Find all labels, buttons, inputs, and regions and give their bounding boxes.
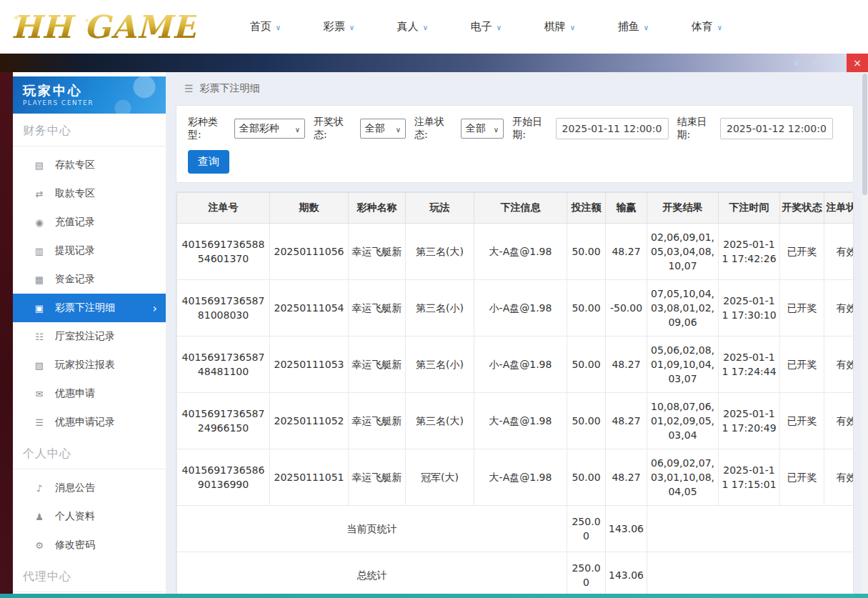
hamburger-icon[interactable]: ☰ bbox=[184, 83, 194, 94]
sidebar-item-promo-apply-records[interactable]: ☰ 优惠申请记录 bbox=[13, 408, 166, 437]
nav-item-slots[interactable]: 电子 ∨ bbox=[449, 0, 523, 54]
cashout-icon: ▥ bbox=[33, 246, 46, 256]
col-header-bet-amount: 投注额 bbox=[567, 193, 606, 224]
close-button[interactable]: × bbox=[847, 54, 868, 72]
cell-bet-info: 大-A盘@1.98 bbox=[474, 393, 567, 449]
cell-win-lose: 48.27 bbox=[606, 449, 647, 506]
sidebar-item-player-bet-report[interactable]: ▨ 玩家投注报表 bbox=[13, 351, 166, 379]
summary-label: 当前页统计 bbox=[177, 506, 567, 552]
nav-item-label: 捕鱼 bbox=[618, 20, 639, 34]
chevron-down-icon: ∨ bbox=[349, 22, 354, 31]
start-date-input[interactable] bbox=[556, 118, 669, 139]
col-header-draw-result: 开奖结果 bbox=[647, 193, 719, 224]
sidebar-title: 玩家中心 bbox=[23, 82, 156, 99]
chevron-down-icon: ∨ bbox=[396, 124, 401, 134]
sidebar-item-funds-records[interactable]: ▦ 资金记录 bbox=[13, 265, 166, 294]
sidebar-header: 玩家中心 PLAYERS CENTER bbox=[13, 76, 166, 114]
cell-order-status: 有效 bbox=[824, 337, 854, 393]
page-title: 彩票下注明细 bbox=[200, 82, 260, 95]
cell-bet-amount: 50.00 bbox=[567, 449, 606, 506]
nav-item-lottery[interactable]: 彩票 ∨ bbox=[302, 0, 376, 54]
cell-period: 20250111052 bbox=[270, 393, 349, 449]
col-header-bet-id: 注单号 bbox=[177, 193, 270, 224]
col-header-period: 期数 bbox=[270, 193, 349, 224]
cell-draw-status: 已开奖 bbox=[780, 449, 824, 506]
sidebar-item-withdrawal-records[interactable]: ▥ 提现记录 bbox=[13, 236, 166, 265]
sidebar-item-deposit-area[interactable]: ▤ 存款专区 bbox=[13, 151, 166, 179]
chevron-down-icon: ∨ bbox=[644, 22, 649, 31]
scrollbar-thumb[interactable] bbox=[862, 74, 867, 195]
cell-lottery-name: 幸运飞艇新 bbox=[349, 393, 406, 449]
search-button[interactable]: 查询 bbox=[188, 150, 229, 174]
sidebar-item-label: 优惠申请 bbox=[55, 387, 95, 400]
minimize-button[interactable]: — bbox=[807, 58, 827, 68]
cell-bet-info: 小-A盘@1.98 bbox=[474, 337, 567, 393]
nav-item-home[interactable]: 首页 ∨ bbox=[229, 0, 302, 54]
cell-period: 20250111054 bbox=[270, 280, 349, 337]
cell-lottery-name: 幸运飞艇新 bbox=[349, 337, 406, 393]
site-header: ✦ ✦ HH GAME 首页 ∨ 彩票 ∨ 真人 ∨ 电子 ∨ 棋牌 bbox=[0, 0, 868, 54]
nav-item-label: 首页 bbox=[250, 20, 271, 34]
cell-bet-info: 大-A盘@1.98 bbox=[474, 224, 567, 280]
cell-lottery-name: 幸运飞艇新 bbox=[349, 280, 406, 337]
user-icon: ♟ bbox=[33, 512, 46, 522]
cell-lottery-name: 幸运飞艇新 bbox=[349, 224, 406, 280]
maximize-button[interactable]: □ bbox=[827, 58, 847, 68]
summary-row-grand-total: 总统计 250.00 143.06 bbox=[177, 552, 854, 594]
end-date-label: 结束日期: bbox=[677, 116, 716, 141]
vertical-scrollbar[interactable] bbox=[862, 72, 868, 594]
window-chevron-icon[interactable]: ∨ bbox=[787, 58, 807, 68]
sidebar-item-withdraw-area[interactable]: ⇄ 取款专区 bbox=[13, 179, 166, 208]
cell-order-status: 有效 bbox=[824, 449, 854, 506]
promo-icon: ✉ bbox=[33, 389, 46, 399]
cell-bet-time: 2025-01-11 17:24:44 bbox=[719, 337, 780, 393]
cell-draw-status: 已开奖 bbox=[780, 337, 824, 393]
brand-logo[interactable]: ✦ ✦ HH GAME bbox=[0, 11, 229, 43]
nav-item-label: 真人 bbox=[397, 20, 419, 34]
chevron-down-icon: ∨ bbox=[276, 22, 281, 31]
sidebar-item-hall-bet-records[interactable]: ☷ 厅室投注记录 bbox=[13, 322, 166, 351]
summary-empty bbox=[647, 506, 854, 552]
nav-item-fishing[interactable]: 捕鱼 ∨ bbox=[597, 0, 670, 54]
sidebar-item-label: 消息公告 bbox=[55, 482, 95, 494]
sidebar-item-label: 个人资料 bbox=[55, 510, 95, 523]
nav-item-sports[interactable]: 体育 ∨ bbox=[670, 0, 744, 54]
col-header-play-type: 玩法 bbox=[406, 193, 474, 224]
end-date-input[interactable] bbox=[720, 118, 833, 139]
cell-bet-time: 2025-01-11 17:42:26 bbox=[719, 224, 780, 280]
sidebar-item-recharge-records[interactable]: ◉ 充值记录 bbox=[13, 208, 166, 236]
lottery-type-select[interactable]: 全部彩种 ∨ bbox=[234, 119, 305, 139]
cell-bet-id: 401569173658724966150 bbox=[177, 393, 270, 449]
nav-item-live[interactable]: 真人 ∨ bbox=[376, 0, 449, 54]
chevron-down-icon: ∨ bbox=[423, 22, 428, 31]
draw-status-select[interactable]: 全部 ∨ bbox=[360, 119, 406, 139]
cell-draw-status: 已开奖 bbox=[780, 393, 824, 449]
cell-win-lose: 48.27 bbox=[606, 337, 647, 393]
cell-bet-time: 2025-01-11 17:15:01 bbox=[719, 449, 780, 506]
draw-status-label: 开奖状态: bbox=[314, 116, 356, 141]
sidebar-item-profile[interactable]: ♟ 个人资料 bbox=[13, 502, 166, 531]
sidebar-item-label: 玩家投注报表 bbox=[55, 359, 115, 372]
cell-draw-status: 已开奖 bbox=[780, 280, 824, 337]
bottom-decoration-strip bbox=[0, 594, 868, 598]
sidebar-item-lottery-bet-details[interactable]: ▣ 彩票下注明细 › bbox=[13, 294, 166, 322]
lottery-detail-icon: ▣ bbox=[33, 303, 46, 314]
cell-period: 20250111051 bbox=[270, 449, 349, 506]
summary-bet-total: 250.00 bbox=[567, 552, 606, 594]
cell-play-type: 第三名(小) bbox=[406, 280, 474, 337]
cell-draw-result: 10,08,07,06,01,02,09,05,03,04 bbox=[647, 393, 719, 449]
sidebar-item-promo-apply[interactable]: ✉ 优惠申请 bbox=[13, 379, 166, 408]
nav-item-cards[interactable]: 棋牌 ∨ bbox=[523, 0, 597, 54]
hall-record-icon: ☷ bbox=[33, 332, 46, 342]
bell-icon: ♪ bbox=[33, 483, 46, 494]
col-header-order-status: 注单状态 bbox=[824, 193, 854, 224]
sidebar-item-label: 充值记录 bbox=[55, 216, 95, 229]
chevron-down-icon: ∨ bbox=[494, 124, 499, 134]
sidebar-item-label: 彩票下注明细 bbox=[55, 302, 115, 314]
cell-bet-id: 401569173658690136990 bbox=[177, 449, 270, 506]
brand-logo-text: HH GAME bbox=[11, 11, 196, 43]
order-status-select[interactable]: 全部 ∨ bbox=[461, 119, 504, 139]
cell-play-type: 第三名(大) bbox=[406, 224, 474, 280]
sidebar-item-announcements[interactable]: ♪ 消息公告 bbox=[13, 474, 166, 502]
sidebar-item-change-password[interactable]: ⚙ 修改密码 bbox=[13, 531, 166, 559]
